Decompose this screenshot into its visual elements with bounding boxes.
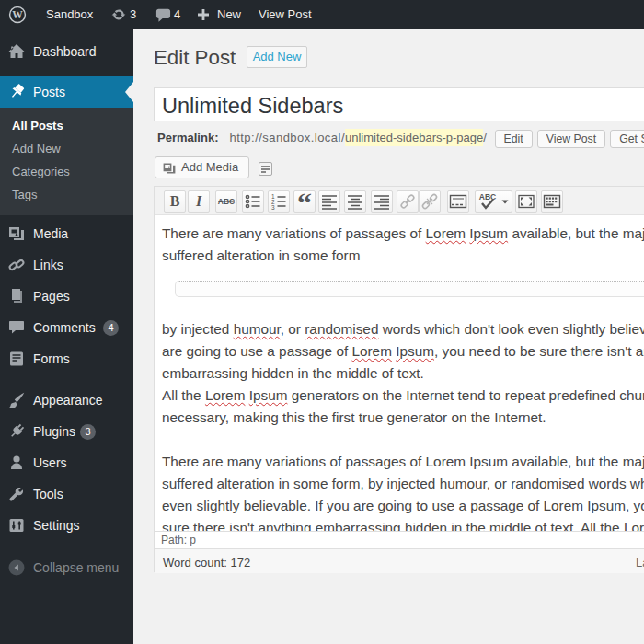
svg-text:3: 3 — [271, 204, 275, 211]
svg-text:I: I — [195, 193, 202, 209]
svg-text:W: W — [12, 9, 23, 20]
svg-text:B: B — [170, 193, 180, 209]
svg-text:“: “ — [297, 191, 312, 212]
